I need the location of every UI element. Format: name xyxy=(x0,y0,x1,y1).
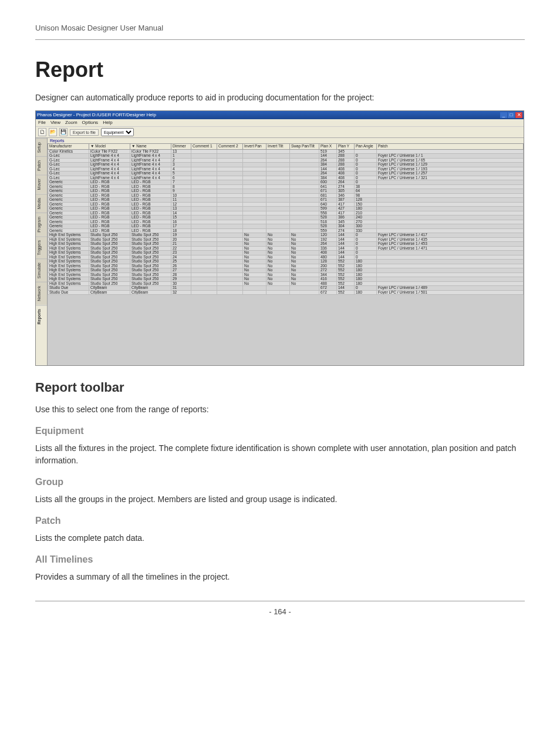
col-comment2[interactable]: Comment 2 xyxy=(217,144,243,150)
table-cell: LED - RGB xyxy=(89,216,130,220)
table-cell: 9 xyxy=(171,189,191,194)
table-row[interactable]: High End SystemsStudio Spot 250Studio Sp… xyxy=(48,242,524,247)
col-plan-y[interactable]: Plan Y xyxy=(337,144,355,150)
sidetab-mover[interactable]: Mover xyxy=(36,174,47,193)
table-row[interactable]: High End SystemsStudio Spot 250Studio Sp… xyxy=(48,233,524,238)
window-max-button[interactable]: □ xyxy=(508,112,515,118)
table-row[interactable]: High End SystemsStudio Spot 250Studio Sp… xyxy=(48,281,524,286)
table-cell: LED - RGB xyxy=(89,193,130,198)
table-row[interactable]: G-LecLightFrame 4 x 4LightFrame 4 x 4338… xyxy=(48,163,524,167)
table-row[interactable]: High End SystemsStudio Spot 250Studio Sp… xyxy=(48,246,524,251)
table-row[interactable]: High End SystemsStudio Spot 250Studio Sp… xyxy=(48,277,524,282)
menu-options[interactable]: Options xyxy=(82,120,99,125)
table-row[interactable]: High End SystemsStudio Spot 250Studio Sp… xyxy=(48,264,524,268)
table-row[interactable]: GenericLED - RGBLED - RGB13599427180 xyxy=(48,207,524,211)
table-row[interactable]: GenericLED - RGBLED - RGB1068134698 xyxy=(48,193,524,198)
col-model[interactable]: ▼ Model xyxy=(89,144,130,150)
table-cell: Studio Spot 250 xyxy=(89,268,130,273)
menu-zoom[interactable]: Zoom xyxy=(65,120,77,125)
table-row[interactable]: G-LecLightFrame 4 x 4LightFrame 4 x 4226… xyxy=(48,158,524,163)
table-cell: 264 xyxy=(319,242,337,247)
table-cell xyxy=(191,184,217,189)
table-row[interactable]: High End SystemsStudio Spot 250Studio Sp… xyxy=(48,251,524,255)
col-comment1[interactable]: Comment 1 xyxy=(191,144,217,150)
col-patch[interactable]: Patch xyxy=(377,144,524,150)
col-dimmer[interactable]: Dimmer xyxy=(171,144,191,150)
table-row[interactable]: G-LecLightFrame 4 x 4LightFrame 4 x 4526… xyxy=(48,171,524,176)
open-button[interactable] xyxy=(49,128,57,136)
toolbar: Export to file Equipment xyxy=(36,126,524,138)
table-row[interactable]: GenericLED - RGBLED - RGB16518345270 xyxy=(48,220,524,224)
table-cell xyxy=(243,202,266,207)
table-row[interactable]: GenericLED - RGBLED - RGB864127438 xyxy=(48,184,524,189)
col-pan-angle[interactable]: Pan Angle xyxy=(355,144,377,150)
table-row[interactable]: G-LecLightFrame 4 x 4LightFrame 4 x 4114… xyxy=(48,154,524,159)
table-row[interactable]: GenericLED - RGBLED - RGB76002640 xyxy=(48,180,524,185)
table-cell: Foyer LPC / Universe 1 / 489 xyxy=(377,286,524,291)
table-cell xyxy=(266,171,290,176)
table-cell: 274 xyxy=(337,184,355,189)
sidetab-setup[interactable]: Setup xyxy=(36,138,47,156)
table-row[interactable]: High End SystemsStudio Spot 250Studio Sp… xyxy=(48,272,524,277)
table-row[interactable]: G-LecLightFrame 4 x 4LightFrame 4 x 4638… xyxy=(48,176,524,180)
table-row[interactable]: High End SystemsStudio Spot 250Studio Sp… xyxy=(48,255,524,260)
col-invert-pan[interactable]: Invert Pan xyxy=(243,144,266,150)
export-button[interactable]: Export to file xyxy=(70,129,99,136)
report-type-select[interactable]: Equipment xyxy=(101,128,134,136)
sidetab-reports[interactable]: Reports xyxy=(36,305,47,328)
table-cell: 98 xyxy=(355,193,377,198)
table-cell: 417 xyxy=(337,202,355,207)
table-row[interactable]: GenericLED - RGBLED - RGB967130564 xyxy=(48,189,524,194)
table-row[interactable]: GenericLED - RGBLED - RGB12640417150 xyxy=(48,202,524,207)
table-row[interactable]: Studio DueCityBeamCityBeam316721440Foyer… xyxy=(48,286,524,291)
menu-file[interactable]: File xyxy=(38,120,46,125)
table-cell xyxy=(217,268,243,273)
table-cell: 641 xyxy=(319,184,337,189)
new-button[interactable] xyxy=(38,128,46,136)
sidetab-media[interactable]: Media xyxy=(36,194,47,213)
table-row[interactable]: High End SystemsStudio Spot 250Studio Sp… xyxy=(48,237,524,242)
table-cell xyxy=(266,228,290,233)
table-row[interactable]: GenericLED - RGBLED - RGB17528304300 xyxy=(48,224,524,229)
table-cell xyxy=(217,193,243,198)
table-cell xyxy=(243,158,266,163)
table-row[interactable]: GenericLED - RGBLED - RGB11671387128 xyxy=(48,198,524,203)
table-row[interactable]: Color KineticsiColor Tile FX22iColor Til… xyxy=(48,149,524,154)
col-manufacturer[interactable]: Manufacturer xyxy=(48,144,89,150)
table-row[interactable]: GenericLED - RGBLED - RGB18559274330 xyxy=(48,228,524,233)
table-cell: 330 xyxy=(355,228,377,233)
table-cell: 26 xyxy=(171,264,191,268)
window-title: Pharos Designer - Project D:/USER FORT/D… xyxy=(37,113,156,117)
sidetab-network[interactable]: Network xyxy=(36,282,47,305)
table-cell xyxy=(243,149,266,154)
table-cell: Generic xyxy=(48,184,89,189)
col-invert-tilt[interactable]: Invert Tilt xyxy=(266,144,290,150)
window-close-button[interactable]: ✕ xyxy=(515,112,522,118)
menu-view[interactable]: View xyxy=(50,120,60,125)
section-heading: Report toolbar xyxy=(35,380,525,395)
col-name[interactable]: ▼ Name xyxy=(130,144,171,150)
col-swap-pt[interactable]: Swap Pan/Tilt xyxy=(290,144,319,150)
menu-help[interactable]: Help xyxy=(103,120,112,125)
sidetab-program[interactable]: Program xyxy=(36,213,47,236)
table-cell: LED - RGB xyxy=(89,220,130,224)
table-cell: LightFrame 4 x 4 xyxy=(89,167,130,171)
save-button[interactable] xyxy=(59,128,68,136)
table-row[interactable]: GenericLED - RGBLED - RGB14558417210 xyxy=(48,211,524,216)
table-row[interactable]: High End SystemsStudio Spot 250Studio Sp… xyxy=(48,268,524,273)
table-row[interactable]: G-LecLightFrame 4 x 4LightFrame 4 x 4414… xyxy=(48,167,524,171)
folder-icon xyxy=(50,130,56,134)
table-cell: LightFrame 4 x 4 xyxy=(130,171,171,176)
table-cell: Studio Spot 250 xyxy=(89,281,130,286)
table-cell xyxy=(191,233,217,238)
window-min-button[interactable]: _ xyxy=(500,112,507,118)
table-row[interactable]: GenericLED - RGBLED - RGB15528386240 xyxy=(48,216,524,220)
table-row[interactable]: High End SystemsStudio Spot 250Studio Sp… xyxy=(48,260,524,264)
sidetab-triggers[interactable]: Triggers xyxy=(36,236,47,258)
sidetab-patch[interactable]: Patch xyxy=(36,156,47,174)
sidetab-simulate[interactable]: Simulate xyxy=(36,258,47,282)
table-row[interactable]: Studio DueCityBeamCityBeam32672552180Foy… xyxy=(48,290,524,295)
col-plan-x[interactable]: Plan X xyxy=(319,144,337,150)
table-cell xyxy=(266,290,290,295)
table-cell: 0 xyxy=(355,158,377,163)
